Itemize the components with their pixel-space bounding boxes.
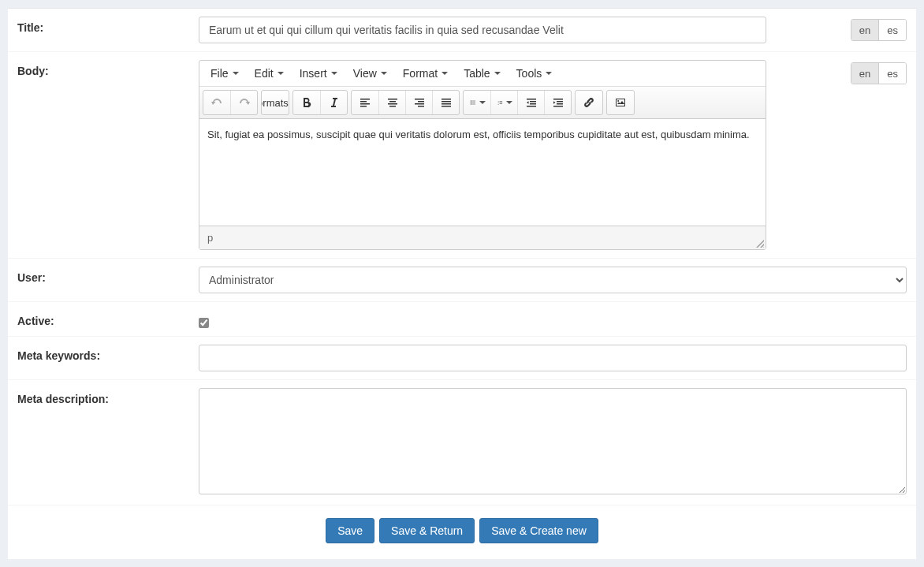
editor-menubar: File Edit Insert View Format Table Tools [199, 61, 766, 87]
save-return-button[interactable]: Save & Return [379, 518, 475, 543]
undo-button[interactable] [203, 91, 230, 114]
image-icon [614, 96, 627, 109]
caret-icon [233, 72, 239, 75]
user-select[interactable]: Administrator [199, 267, 907, 293]
title-lang-tabs: en es [851, 19, 907, 41]
align-left-icon [359, 96, 371, 109]
form-panel: Title: en es Body: File Edit Insert View [8, 8, 916, 559]
caret-icon [278, 72, 284, 75]
svg-text:3: 3 [497, 103, 499, 105]
lang-tab-es[interactable]: es [878, 63, 906, 84]
label-title: Title: [17, 17, 199, 34]
body-lang-tabs: en es [851, 62, 907, 84]
align-justify-icon [440, 96, 453, 109]
formats-dropdown[interactable]: Formats [262, 91, 289, 114]
bold-button[interactable] [293, 91, 320, 114]
align-left-button[interactable] [352, 91, 378, 114]
bold-icon [300, 96, 313, 109]
label-active: Active: [17, 310, 199, 327]
link-icon [583, 96, 595, 109]
caret-icon [506, 101, 512, 104]
svg-point-6 [617, 100, 619, 102]
title-input[interactable] [199, 17, 766, 43]
lang-tab-es[interactable]: es [878, 20, 906, 40]
editor-toolbar: Formats [199, 87, 766, 119]
link-button[interactable] [576, 91, 602, 114]
caret-icon [494, 72, 501, 75]
caret-icon [546, 72, 552, 75]
row-title: Title: en es [8, 9, 916, 52]
caret-icon [331, 72, 337, 75]
menu-table[interactable]: Table [456, 62, 508, 84]
label-meta-description: Meta description: [17, 388, 199, 405]
align-right-icon [413, 96, 426, 109]
caret-icon [381, 72, 387, 75]
save-create-button[interactable]: Save & Create new [479, 518, 598, 543]
form-actions: Save Save & Return Save & Create new [8, 505, 916, 559]
align-center-icon [386, 96, 399, 109]
lang-tab-en[interactable]: en [851, 63, 878, 84]
active-checkbox[interactable] [199, 318, 209, 328]
menu-view[interactable]: View [345, 62, 395, 84]
numbered-list-button[interactable]: 123 [490, 91, 517, 114]
menu-insert[interactable]: Insert [292, 62, 345, 84]
undo-icon [211, 96, 223, 109]
menu-edit[interactable]: Edit [247, 62, 292, 84]
redo-button[interactable] [230, 91, 257, 114]
indent-button[interactable] [544, 91, 571, 114]
bullet-list-button[interactable] [464, 91, 490, 114]
svg-point-1 [471, 102, 471, 103]
caret-icon [442, 72, 448, 75]
align-right-button[interactable] [405, 91, 432, 114]
editor-path: p [207, 232, 213, 244]
row-user: User: Administrator [8, 259, 916, 302]
bullet-list-icon [470, 96, 476, 109]
editor-content-area[interactable]: Sit, fugiat ea possimus, suscipit quae q… [199, 119, 766, 226]
svg-point-2 [471, 103, 471, 104]
outdent-icon [525, 96, 538, 109]
image-button[interactable] [607, 91, 634, 114]
menu-format[interactable]: Format [395, 62, 456, 84]
body-editor: File Edit Insert View Format Table Tools [199, 60, 766, 250]
redo-icon [238, 96, 251, 109]
svg-point-0 [471, 100, 471, 101]
row-body: Body: File Edit Insert View Format Table… [8, 52, 916, 259]
label-meta-keywords: Meta keywords: [17, 345, 199, 362]
menu-file[interactable]: File [203, 62, 247, 84]
italic-icon [328, 96, 341, 109]
row-active: Active: [8, 302, 916, 337]
meta-description-textarea[interactable] [199, 388, 907, 494]
outdent-button[interactable] [517, 91, 544, 114]
label-body: Body: [17, 60, 199, 77]
align-justify-button[interactable] [432, 91, 459, 114]
numbered-list-icon: 123 [497, 96, 503, 109]
lang-tab-en[interactable]: en [851, 20, 878, 40]
align-center-button[interactable] [378, 91, 405, 114]
row-meta-description: Meta description: [8, 380, 916, 505]
label-user: User: [17, 267, 199, 284]
indent-icon [552, 96, 564, 109]
save-button[interactable]: Save [326, 518, 374, 543]
italic-button[interactable] [320, 91, 347, 114]
caret-icon [479, 101, 486, 104]
menu-tools[interactable]: Tools [509, 62, 561, 84]
editor-statusbar: p [199, 226, 766, 249]
row-meta-keywords: Meta keywords: [8, 337, 916, 380]
meta-keywords-input[interactable] [199, 345, 907, 371]
resize-handle[interactable] [756, 240, 764, 248]
